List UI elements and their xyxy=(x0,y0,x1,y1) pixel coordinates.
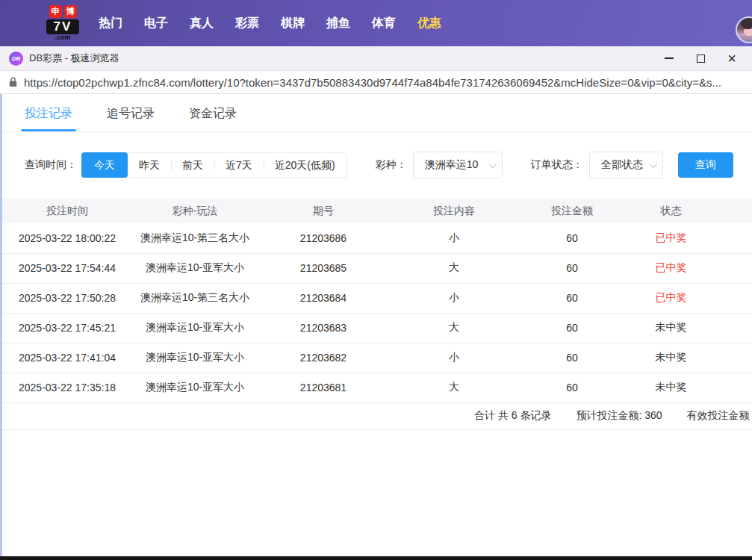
status-badge: 已中奖 xyxy=(625,223,752,253)
summary-bar: 合计 共 6 条记录 预计投注金额: 360 有效投注金额 xyxy=(2,403,752,430)
status-badge: 未中奖 xyxy=(625,343,752,373)
table-row: 2025-03-22 17:45:21 澳洲幸运10-亚军大小 21203683… xyxy=(2,313,752,343)
maximize-button[interactable] xyxy=(685,46,716,71)
cell-game-play: 澳洲幸运10-第三名大小 xyxy=(132,283,258,313)
time-range-group: 今天 昨天 前天 近7天 近20天(低频) xyxy=(81,152,347,178)
cell-bet-content: 小 xyxy=(389,223,519,253)
cell-bet-content: 小 xyxy=(389,283,519,313)
cell-bet-amount: 60 xyxy=(519,223,625,253)
close-icon: × xyxy=(727,51,736,66)
status-badge: 未中奖 xyxy=(625,313,752,343)
cell-bet-time: 2025-03-22 17:50:28 xyxy=(2,283,132,313)
time-option-20days[interactable]: 近20天(低频) xyxy=(264,153,347,177)
app-top-bar: 申 博 7V .com 热门 电子 真人 彩票 棋牌 捕鱼 体育 优惠 xyxy=(0,0,752,46)
col-bet-time: 投注时间 xyxy=(2,199,132,223)
close-button[interactable]: × xyxy=(716,46,748,71)
time-option-2days-ago[interactable]: 前天 xyxy=(171,153,214,177)
table-row: 2025-03-22 17:35:18 澳洲幸运10-亚军大小 21203681… xyxy=(2,373,752,402)
cell-issue: 21203685 xyxy=(258,253,389,283)
nav-item-hot[interactable]: 热门 xyxy=(99,16,122,31)
cell-issue: 21203686 xyxy=(258,223,389,253)
nav-item-live[interactable]: 真人 xyxy=(190,16,214,31)
cell-game-play: 澳洲幸运10-亚军大小 xyxy=(132,313,258,343)
lottery-select-value: 澳洲幸运10 xyxy=(425,158,479,172)
search-button[interactable]: 查询 xyxy=(678,152,733,178)
cell-game-play: 澳洲幸运10-第三名大小 xyxy=(132,223,258,253)
logo-badge-icon: 申 xyxy=(49,5,62,18)
summary-valid-amount: 有效投注金额 xyxy=(687,409,750,423)
lottery-select[interactable]: 澳洲幸运10 xyxy=(413,152,503,178)
cell-issue: 21203683 xyxy=(258,313,389,343)
summary-expected-amount: 预计投注金额: 360 xyxy=(576,409,662,423)
time-option-yesterday[interactable]: 昨天 xyxy=(128,153,171,177)
brand-logo[interactable]: 申 博 7V .com xyxy=(42,5,84,41)
cell-bet-amount: 60 xyxy=(519,253,625,283)
nav-item-cards[interactable]: 棋牌 xyxy=(281,16,305,31)
order-status-select[interactable]: 全部状态 xyxy=(589,152,663,178)
cell-bet-time: 2025-03-22 18:00:22 xyxy=(2,223,132,253)
filter-bar: 查询时间： 今天 昨天 前天 近7天 近20天(低频) 彩种： 澳洲幸运10 订… xyxy=(25,152,752,178)
cell-bet-amount: 60 xyxy=(519,313,625,343)
time-option-today[interactable]: 今天 xyxy=(81,152,128,178)
cell-bet-content: 大 xyxy=(389,253,519,283)
col-status: 状态 xyxy=(625,199,752,223)
col-game-play: 彩种-玩法 xyxy=(132,199,258,223)
cell-game-play: 澳洲幸运10-亚军大小 xyxy=(132,373,258,402)
window-controls: × xyxy=(653,46,748,71)
cell-bet-time: 2025-03-22 17:41:04 xyxy=(2,343,132,373)
col-issue: 期号 xyxy=(258,199,389,223)
nav-item-lottery[interactable]: 彩票 xyxy=(235,16,259,31)
nav-item-fishing[interactable]: 捕鱼 xyxy=(326,16,350,31)
nav-item-promotions[interactable]: 优惠 xyxy=(417,16,441,31)
cell-bet-time: 2025-03-22 17:35:18 xyxy=(2,373,132,402)
cell-bet-amount: 60 xyxy=(519,343,625,373)
minimize-icon xyxy=(665,57,674,59)
cell-bet-content: 小 xyxy=(389,343,519,373)
nav-item-sports[interactable]: 体育 xyxy=(372,16,396,31)
cell-bet-content: 大 xyxy=(389,373,519,402)
tab-bet-records[interactable]: 投注记录 xyxy=(25,106,72,131)
cell-bet-amount: 60 xyxy=(519,283,625,313)
table-row: 2025-03-22 17:54:44 澳洲幸运10-亚军大小 21203685… xyxy=(2,253,752,283)
cell-bet-content: 大 xyxy=(389,313,519,343)
cell-game-play: 澳洲幸运10-亚军大小 xyxy=(132,253,258,283)
logo-domain: .com xyxy=(42,34,84,41)
lock-icon xyxy=(9,77,17,87)
table-header-row: 投注时间 彩种-玩法 期号 投注内容 投注金额 状态 xyxy=(2,199,752,223)
lottery-filter-label: 彩种： xyxy=(376,158,407,172)
record-tabs: 投注记录 追号记录 资金记录 xyxy=(2,94,752,132)
chevron-down-icon xyxy=(650,161,657,168)
lottery-records-page: 投注记录 追号记录 资金记录 查询时间： 今天 昨天 前天 近7天 近20天(低… xyxy=(0,94,752,556)
window-title: DB彩票 - 极速浏览器 xyxy=(29,52,119,65)
browser-favicon-icon: DB xyxy=(9,52,23,66)
minimize-button[interactable] xyxy=(653,46,685,71)
url-bar: https://ctop02pchwp1.zfnc84.com/lottery/… xyxy=(0,71,752,94)
service-avatar[interactable] xyxy=(736,16,752,43)
cell-bet-amount: 60 xyxy=(519,373,625,402)
table-row: 2025-03-22 17:50:28 澳洲幸运10-第三名大小 2120368… xyxy=(2,283,752,313)
browser-title-bar: DB DB彩票 - 极速浏览器 × xyxy=(0,46,752,71)
logo-badge-icon: 博 xyxy=(64,5,77,18)
main-nav: 热门 电子 真人 彩票 棋牌 捕鱼 体育 优惠 xyxy=(99,16,441,31)
time-option-7days[interactable]: 近7天 xyxy=(214,153,264,177)
chevron-down-icon xyxy=(489,161,497,168)
cell-issue: 21203684 xyxy=(258,283,389,313)
cell-issue: 21203682 xyxy=(258,343,389,373)
status-badge: 已中奖 xyxy=(625,283,752,313)
window-bottom-edge xyxy=(0,556,752,560)
tab-chase-records[interactable]: 追号记录 xyxy=(107,106,155,131)
col-bet-amount: 投注金额 xyxy=(519,199,625,223)
status-badge: 未中奖 xyxy=(625,373,752,402)
address-input[interactable]: https://ctop02pchwp1.zfnc84.com/lottery/… xyxy=(24,76,721,89)
nav-item-slots[interactable]: 电子 xyxy=(144,16,168,31)
table-row: 2025-03-22 17:41:04 澳洲幸运10-亚军大小 21203682… xyxy=(2,343,752,373)
table-row: 2025-03-22 18:00:22 澳洲幸运10-第三名大小 2120368… xyxy=(2,223,752,253)
logo-wordmark: 7V xyxy=(46,19,79,34)
time-filter-label: 查询时间： xyxy=(25,158,77,172)
status-badge: 已中奖 xyxy=(625,253,752,283)
cell-bet-time: 2025-03-22 17:54:44 xyxy=(2,253,132,283)
summary-total-count: 合计 共 6 条记录 xyxy=(474,409,551,423)
cell-game-play: 澳洲幸运10-亚军大小 xyxy=(132,343,258,373)
tab-fund-records[interactable]: 资金记录 xyxy=(189,106,237,131)
cell-issue: 21203681 xyxy=(258,373,389,402)
